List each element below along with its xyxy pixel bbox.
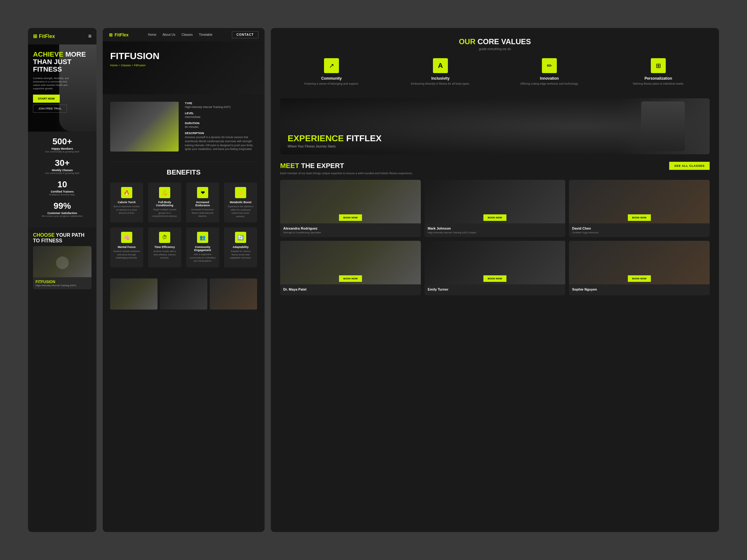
expert-image-4: BOOK NOW [424, 241, 565, 284]
see-all-classes-button[interactable]: SEE ALL CLASSES [669, 162, 710, 170]
benefit-mental: 🧠 Mental Focus Achieve mental resilience… [110, 228, 143, 267]
expert-title: MEET THE EXPERT [280, 162, 344, 170]
class-photo-2 [160, 278, 207, 310]
expert-image-1: BOOK NOW [424, 180, 565, 223]
core-values-title: OUR CORE VALUES [280, 37, 710, 46]
mobile-hero-title: ACHIEVE MORE THAN JUST FITNESS [33, 51, 92, 74]
benefit-icon-adapt: 🔄 [235, 232, 246, 243]
class-type-row: Type High-Intensity Interval Training (H… [185, 102, 257, 109]
experience-banner: EXPERIENCE FITFLEX Where Your Fitness Jo… [280, 98, 710, 154]
expert-card-2: BOOK NOW David Chen Certified Yoga Instr… [569, 180, 710, 237]
value-innovation: ✏ Innovation Offering cutting-edge worko… [498, 58, 601, 86]
benefit-icon-brain: 🧠 [121, 232, 132, 243]
mobile-hero: ACHIEVE MORE THAN JUST FITNESS Combine s… [28, 45, 97, 132]
stat-customer-satisfaction: 99% Customer Satisfaction We ensure your… [33, 201, 92, 217]
stat-weekly-classes: 30+ Weekly Classes Our community is grow… [33, 158, 92, 175]
right-panel: OUR CORE VALUES guide everything we do ↗… [271, 28, 719, 532]
expert-info-1: Mark Johnson High-Intensity Interval Tra… [424, 223, 565, 237]
experience-person [616, 98, 710, 154]
mobile-hero-subtitle: Combine strength, flexibility, and endur… [33, 77, 74, 90]
class-level-row: Level Intermediate [185, 112, 257, 118]
benefit-icon-clock: ⏱ [159, 232, 170, 243]
class-page-title: FITFUSION [110, 51, 257, 61]
expert-info-4: Emily Turner [424, 284, 565, 295]
stat-happy-members: 500+ Happy Members Our community is grow… [33, 137, 92, 153]
nav-about[interactable]: About Us [162, 33, 175, 36]
core-values-subtitle: guide everything we do [280, 47, 710, 51]
expert-subtitle: Each member of our team brings unique ex… [280, 172, 710, 175]
class-detail-section: Type High-Intensity Interval Training (H… [103, 94, 264, 162]
benefit-icon-fire: 🔥 [121, 187, 132, 198]
expert-card-4: BOOK NOW Emily Turner [424, 241, 565, 295]
benefit-endurance: ❤ Increased Endurance Increased Enduranc… [186, 183, 219, 222]
hamburger-menu[interactable]: ≡ [88, 33, 92, 39]
nav-classes[interactable]: Classes [181, 33, 193, 36]
book-now-button-5[interactable]: BOOK NOW [628, 275, 651, 282]
benefits-grid-top: 🔥 Calorie Torch Burn a maximum number of… [110, 183, 257, 222]
class-photo-1 [110, 278, 157, 310]
start-now-button[interactable]: START NOW [33, 95, 60, 103]
mobile-class-list: ⬤ FITFUSION High-Intensity Interval Trai… [28, 246, 97, 298]
class-hero: FITFUSION Home > Classes > FitFusion [103, 42, 264, 94]
class-photos-grid [103, 278, 264, 317]
nav-timetable[interactable]: Timetable [199, 33, 212, 36]
expert-image-3: BOOK NOW [280, 241, 421, 284]
join-free-trial-button[interactable]: JOIN FREE TRIAL [33, 105, 67, 113]
experts-grid: BOOK NOW Alexandra Rodriguez Strength & … [280, 180, 710, 295]
experience-banner-content: EXPERIENCE FITFLEX Where Your Fitness Jo… [280, 127, 389, 154]
value-community: ↗ Community Fostering a sense of belongi… [280, 58, 383, 86]
benefit-full-body: 💪 Full-Body Conditioning Target multiple… [148, 183, 181, 222]
experience-subtitle: Where Your Fitness Journey Starts [288, 145, 382, 148]
class-detail-panel: ⊞ FitFlex Home About Us Classes Timetabl… [103, 28, 264, 532]
value-personalization: ⊞ Personalization Tailoring fitness plan… [607, 58, 710, 86]
book-now-button-2[interactable]: BOOK NOW [628, 214, 651, 221]
value-inclusivity: A Inclusivity Embracing diversity in fit… [389, 58, 492, 86]
mobile-class-card-fitfusion: ⬤ FITFUSION High-Intensity Interval Trai… [33, 246, 92, 289]
benefit-adaptability: 🔄 Adaptability Suitable for various fitn… [224, 228, 257, 267]
expert-image-2: BOOK NOW [569, 180, 710, 223]
class-person-silhouette: ⬤ [33, 246, 92, 277]
experience-title: EXPERIENCE FITFLEX [288, 133, 382, 143]
book-now-button-4[interactable]: BOOK NOW [483, 275, 507, 282]
class-photo-3 [210, 278, 257, 310]
expert-card-1: BOOK NOW Mark Johnson High-Intensity Int… [424, 180, 565, 237]
benefit-icon-heart: ❤ [197, 187, 208, 198]
expert-info-5: Sophie Nguyen [569, 284, 710, 295]
benefit-time: ⏱ Time Efficiency Achieve results with a… [148, 228, 181, 267]
contact-button[interactable]: CONTACT [232, 31, 258, 38]
logo-icon: ⊞ [33, 33, 37, 39]
book-now-button-3[interactable]: BOOK NOW [339, 275, 362, 282]
benefits-section: BENEFITS 🔥 Calorie Torch Burn a maximum … [103, 162, 264, 278]
desktop-logo: ⊞ FitFlex [109, 32, 129, 37]
benefit-icon-people: 👥 [197, 232, 208, 243]
desktop-nav: Home About Us Classes Timetable [148, 33, 212, 36]
nav-home[interactable]: Home [148, 33, 157, 36]
expert-card-5: BOOK NOW Sophie Nguyen [569, 241, 710, 295]
benefits-title: BENEFITS [110, 168, 257, 177]
class-duration-row: Duration 60 minutes [185, 122, 257, 129]
mobile-stats: 500+ Happy Members Our community is grow… [28, 132, 97, 228]
expert-image-5: BOOK NOW [569, 241, 710, 284]
value-icon-personalization: ⊞ [651, 58, 666, 73]
value-icon-inclusivity: A [433, 58, 448, 73]
expert-info-0: Alexandra Rodriguez Strength & Condition… [280, 223, 421, 237]
benefit-metabolic: ⚡ Metabolic Boost Experience the afterbu… [224, 183, 257, 222]
desktop-header: ⊞ FitFlex Home About Us Classes Timetabl… [103, 28, 264, 42]
expert-info-3: Dr. Maya Patel [280, 284, 421, 295]
book-now-button-0[interactable]: BOOK NOW [339, 214, 362, 221]
class-detail-image [110, 102, 179, 152]
logo-icon-desktop: ⊞ [109, 32, 113, 37]
breadcrumb: Home > Classes > FitFusion [110, 64, 257, 67]
benefits-grid-bottom: 🧠 Mental Focus Achieve mental resilience… [110, 228, 257, 267]
benefit-community: 👥 Community Engagement Join a supportive… [186, 228, 219, 267]
expert-header: MEET THE EXPERT SEE ALL CLASSES [280, 162, 710, 170]
mobile-header: ⊞ FitFlex ≡ [28, 28, 97, 45]
mobile-panel: ⊞ FitFlex ≡ ACHIEVE MORE THAN JUST FITNE… [28, 28, 97, 532]
mobile-hero-content: ACHIEVE MORE THAN JUST FITNESS Combine s… [28, 45, 97, 119]
person-shape [641, 101, 685, 151]
class-hero-content: FITFUSION Home > Classes > FitFusion [103, 42, 264, 76]
book-now-button-1[interactable]: BOOK NOW [483, 214, 507, 221]
expert-card-0: BOOK NOW Alexandra Rodriguez Strength & … [280, 180, 421, 237]
mobile-logo: ⊞ FitFlex [33, 33, 55, 39]
stat-certified-trainers: 10 Certified Trainers Guidance at every … [33, 180, 92, 196]
